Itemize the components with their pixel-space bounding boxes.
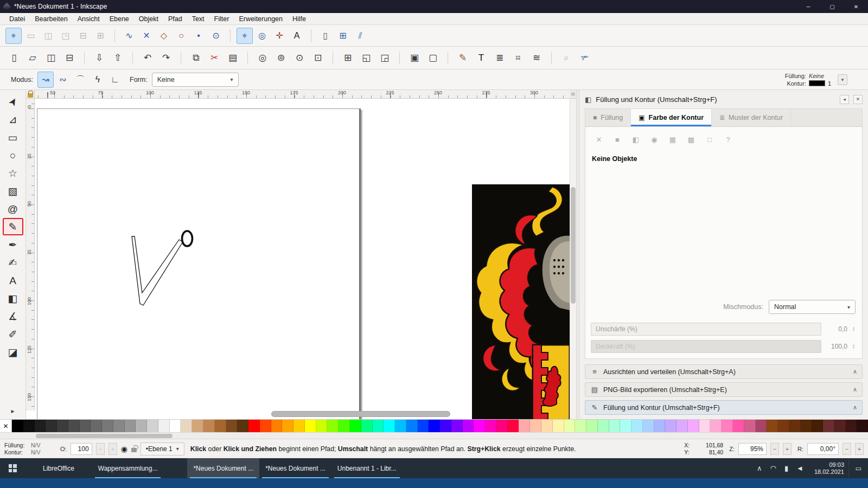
color-swatch[interactable] [789,420,801,432]
palette-scrollbar[interactable] [0,432,868,439]
fill-value[interactable]: Keine [809,73,824,79]
color-swatch[interactable] [710,420,722,432]
color-swatch[interactable] [192,420,203,432]
tray-volume-icon[interactable]: ◄ [796,465,803,472]
menu-filter[interactable]: Filter [209,14,234,24]
color-swatch[interactable] [215,420,226,432]
blur-slider[interactable]: Unschärfe (%) [591,323,821,336]
color-swatch[interactable] [508,420,519,432]
zoom-in-button[interactable]: + [783,443,792,455]
color-swatch[interactable] [373,420,384,432]
paint-help[interactable]: ? [722,133,734,145]
color-swatch[interactable] [722,420,733,432]
box3d-tool[interactable]: ▧ [3,182,23,200]
color-swatch[interactable] [834,420,846,432]
layer-lock-icon[interactable] [131,448,137,452]
taskbar-libreoffice[interactable]: LibreOffice [37,458,80,478]
menu-text[interactable]: Text [187,14,209,24]
menu-bearbeiten[interactable]: Bearbeiten [30,14,72,24]
layer-select[interactable]: •Ebene 1 ▾ [141,442,184,455]
print-document[interactable]: ⊟ [61,49,78,67]
gradient-tool[interactable]: ◧ [3,290,23,307]
color-swatch[interactable] [158,420,170,432]
color-swatch[interactable] [643,420,654,432]
layer-visibility-icon[interactable]: ◉ [121,445,127,453]
undo[interactable]: ↶ [139,49,156,67]
import-image[interactable]: ⇩ [91,49,108,67]
color-swatch[interactable] [688,420,699,432]
color-swatch[interactable] [733,420,744,432]
paint-none[interactable]: ✕ [593,133,605,145]
color-swatch[interactable] [519,420,530,432]
find-objects[interactable]: ⌕ [558,49,575,67]
color-swatch[interactable] [57,420,68,432]
new-document[interactable]: ▯ [5,49,23,67]
tab-fuellung[interactable]: ■ Füllung [585,109,631,126]
tab-muster-der-kontur[interactable]: ≣ Muster der Kontur [712,109,791,126]
color-swatch[interactable] [203,420,215,432]
vertical-scrollbar-thumb[interactable] [571,187,576,304]
color-swatch[interactable] [812,420,823,432]
color-swatch[interactable] [260,420,271,432]
color-swatch[interactable] [451,420,463,432]
color-swatch[interactable] [136,420,147,432]
color-swatch[interactable] [226,420,238,432]
menu-hilfe[interactable]: Hilfe [288,14,311,24]
copy[interactable]: ⧉ [187,49,205,67]
panel-ausrichten-und-verteilen[interactable]: ≡ Ausrichten und verteilen (Umschalt+Str… [585,364,863,379]
opacity-decrease-button[interactable]: − [96,443,105,455]
snap-nodes[interactable]: ∿ [121,28,137,44]
color-swatch[interactable] [823,420,834,432]
zoom-region[interactable]: ⊡ [309,49,327,67]
calligraphy-tool[interactable]: ✍ [3,254,23,271]
minimize-button[interactable]: ─ [796,0,820,13]
pencil-tool[interactable]: ✎ [3,218,23,235]
snap-rotation-centers[interactable]: ✛ [271,28,288,44]
ungroup-objects[interactable]: ▢ [424,49,442,67]
notifications-button[interactable]: ▭ [848,458,868,478]
mode-straight-segments[interactable]: ϟ [90,72,106,88]
color-swatch[interactable] [316,420,328,432]
dropper-tool[interactable]: ✐ [3,325,23,343]
text-tool[interactable]: A [3,272,23,289]
color-swatch[interactable] [23,420,35,432]
color-swatch[interactable] [361,420,373,432]
color-swatch[interactable] [857,420,868,432]
color-swatch[interactable] [767,420,778,432]
opacity-value[interactable]: 100,0 [825,343,847,350]
rotation-input[interactable]: 0,00° [807,443,839,455]
color-swatch[interactable] [350,420,361,432]
color-swatch[interactable] [801,420,812,432]
canvas[interactable] [35,99,570,419]
color-swatch[interactable] [474,420,485,432]
zoom-input[interactable]: 95% [738,443,767,455]
rotate-cw-button[interactable]: + [855,443,864,455]
shape-select[interactable]: Keine ▾ [152,73,239,87]
snap-grids[interactable]: ⊞ [335,28,351,44]
color-swatch[interactable] [846,420,857,432]
menu-ansicht[interactable]: Ansicht [73,14,105,24]
color-swatch[interactable] [406,420,418,432]
taskbar-inkscape-window-2[interactable]: *Neues Dokument ... [259,458,331,478]
color-swatch[interactable] [395,420,406,432]
snap-bbox-edges[interactable]: ◫ [40,28,56,44]
snap-guides[interactable]: ⫽ [352,28,368,44]
dock-collapse-button[interactable]: ◂ [840,95,849,104]
close-button[interactable]: ✕ [844,0,868,13]
taskbar-chrome-wappensammlung[interactable]: Wappensammlung... [92,458,164,478]
color-swatch[interactable] [237,420,248,432]
color-swatch[interactable] [293,420,305,432]
rotate-ccw-button[interactable]: − [843,443,851,455]
tab-farbe-der-kontur[interactable]: ▣ Farbe der Kontur [631,109,712,126]
snap-text-baseline[interactable]: A [289,28,305,44]
color-swatch[interactable] [631,420,643,432]
object-opacity-input[interactable]: 100 [71,443,92,455]
group-objects[interactable]: ▣ [406,49,423,67]
opacity-increase-button[interactable]: + [108,443,117,455]
tray-battery-icon[interactable]: ▮ [784,465,788,472]
stroke-color-swatch[interactable] [809,80,825,86]
measure-tool[interactable]: ∡ [3,307,23,325]
blend-mode-select[interactable]: Normal ▾ [769,300,856,314]
start-button[interactable] [0,458,25,478]
align-distribute-dialog[interactable]: ≋ [528,49,545,67]
